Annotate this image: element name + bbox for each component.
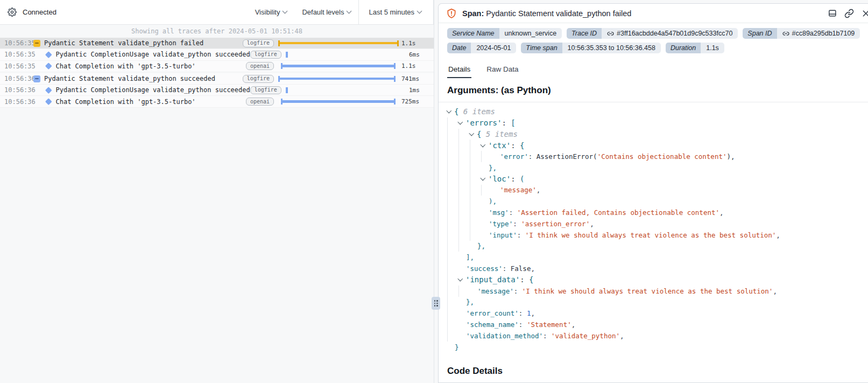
code-line: }, (447, 241, 859, 252)
duration-label: 725ms (401, 98, 434, 105)
code-token-k: 'schema_name' (466, 321, 519, 329)
code-token-s: 'assertion_error' (521, 220, 590, 228)
code-token-br: }, (466, 298, 474, 306)
duration-bar (278, 40, 399, 46)
code-line: 'input': 'I think we should always treat… (447, 229, 859, 241)
code-token-s: 'Assertion failed, Contains objectionabl… (517, 208, 719, 217)
indent-guide (447, 229, 458, 241)
indent-guide (447, 297, 458, 308)
attribute-badge: Time span10:56:35.353 to 10:56:36.458 (521, 43, 661, 53)
code-token-p: : (513, 220, 521, 228)
code-token-s: 'Contains objectionable content' (597, 152, 727, 161)
code-line: 'msg': 'Assertion failed, Contains objec… (447, 207, 859, 218)
code-token-s: 'Statement' (527, 321, 571, 329)
duration-bar-track (278, 99, 399, 105)
indent-guide (447, 285, 458, 297)
span-diamond-icon (45, 99, 52, 105)
scope-badge: logfire (250, 86, 281, 94)
indent-guide (447, 140, 458, 151)
code-token-k: 'error_count' (466, 309, 519, 317)
attribute-badge-value[interactable]: #3ff16acbdde4a547b01d9c9c533fcc70 (602, 28, 738, 39)
code-token-p: : (519, 309, 527, 317)
trace-row[interactable]: 10:56:35Pydantic Statement validate_pyth… (0, 38, 434, 49)
duration-bar (281, 99, 396, 105)
code-token-k: 'message' (477, 287, 514, 295)
explorer-toolbar: Connected Visibility Default levels Last… (0, 0, 434, 25)
code-token-pl: False (511, 264, 531, 273)
default-levels-dropdown-label: Default levels (302, 8, 344, 16)
code-token-k: 'msg' (489, 208, 509, 217)
indent-guide (447, 207, 458, 218)
code-line: 'message': 'I think we should always tre… (447, 285, 859, 297)
trace-row-name: Chat Completion with 'gpt-3.5-turbo' (56, 62, 196, 70)
attribute-badge[interactable]: Span ID#cc89a295db1b7109 (743, 28, 860, 39)
collapse-chevron-icon[interactable] (447, 111, 454, 113)
trace-row-name: Pydantic CompletionUsage validate_python… (56, 86, 250, 94)
duration-bar-track (278, 76, 399, 82)
default-levels-dropdown[interactable]: Default levels (294, 0, 358, 24)
code-token-pl: ), (726, 152, 735, 161)
code-token-p: : (511, 141, 520, 150)
collapse-chevron-icon[interactable] (458, 122, 465, 124)
trace-timestamp: 10:56:35 (0, 39, 30, 47)
duration-bar (286, 87, 288, 93)
trace-row[interactable]: 10:56:36Chat Completion with 'gpt-3.5-tu… (0, 96, 434, 107)
duration-bar-track (286, 87, 406, 93)
indent-guide (470, 218, 481, 229)
link-icon (782, 30, 789, 37)
trace-row[interactable]: 10:56:36Pydantic Statement validate_pyth… (0, 73, 434, 85)
trace-group: 10:56:36Pydantic Statement validate_pyth… (0, 73, 434, 108)
indent-guide (458, 285, 470, 297)
connection-status: Connected (8, 8, 57, 17)
duration-label: 1.1s (401, 40, 434, 47)
code-line: 'error': AssertionError('Contains object… (447, 151, 859, 162)
code-token-s: 'I think we should always treat violence… (525, 231, 777, 239)
code-token-p: : (519, 321, 527, 329)
gear-icon[interactable] (8, 8, 17, 17)
code-token-k: 'input' (489, 231, 517, 239)
attribute-badge[interactable]: Trace ID#3ff16acbdde4a547b01d9c9c533fcc7… (567, 28, 738, 39)
visibility-dropdown[interactable]: Visibility (248, 0, 295, 24)
trace-row[interactable]: 10:56:35Chat Completion with 'gpt-3.5-tu… (0, 61, 434, 72)
code-token-p: : (517, 231, 525, 239)
duration-bar-track (286, 52, 406, 58)
code-token-p: , (571, 321, 576, 329)
indent-guide (447, 241, 458, 252)
trace-row[interactable]: 10:56:35Pydantic CompletionUsage validat… (0, 49, 434, 60)
code-line: { 5 items (447, 129, 859, 140)
code-line: 'validation_method': 'validate_python', (447, 330, 859, 342)
panel-bottom-icon[interactable] (828, 9, 837, 18)
code-line: 'success': False, (447, 263, 859, 274)
collapse-toggle-warning-icon[interactable] (33, 40, 40, 47)
close-icon[interactable] (862, 9, 868, 18)
collapse-chevron-icon[interactable] (481, 178, 488, 180)
indent-guide (458, 196, 470, 207)
tab-details[interactable]: Details (447, 62, 471, 78)
indent-guide (458, 151, 470, 162)
code-token-p: : (520, 275, 529, 284)
connection-status-label: Connected (23, 8, 57, 16)
span-title: Span: Pydantic Statement validate_python… (462, 9, 631, 18)
attribute-badge: Duration1.1s (666, 43, 724, 53)
indent-guide (458, 185, 470, 196)
detail-content: Arguments: (as Python) { 6 items'errors'… (439, 85, 868, 377)
collapse-chevron-icon[interactable] (481, 145, 488, 147)
time-range-dropdown[interactable]: Last 5 minutes (358, 0, 434, 24)
collapse-chevron-icon[interactable] (458, 279, 465, 281)
trace-timestamp: 10:56:36 (0, 86, 30, 94)
code-token-p: : (502, 119, 511, 127)
link-icon[interactable] (844, 9, 854, 18)
resize-handle-icon[interactable] (432, 297, 440, 310)
indent-guide (470, 140, 481, 151)
tab-raw-data[interactable]: Raw Data (485, 62, 519, 78)
collapse-chevron-icon[interactable] (470, 134, 477, 135)
code-token-br: }, (489, 164, 497, 172)
attribute-badge-value[interactable]: #cc89a295db1b7109 (777, 28, 860, 39)
indent-guide (458, 207, 470, 218)
panel-resizer[interactable] (431, 297, 441, 310)
trace-explorer-panel: Connected Visibility Default levels Last… (0, 0, 434, 383)
collapse-toggle-info-icon[interactable] (33, 75, 40, 82)
indent-guide (470, 151, 481, 162)
trace-row[interactable]: 10:56:36Pydantic CompletionUsage validat… (0, 85, 434, 96)
indent-guide (447, 151, 458, 162)
